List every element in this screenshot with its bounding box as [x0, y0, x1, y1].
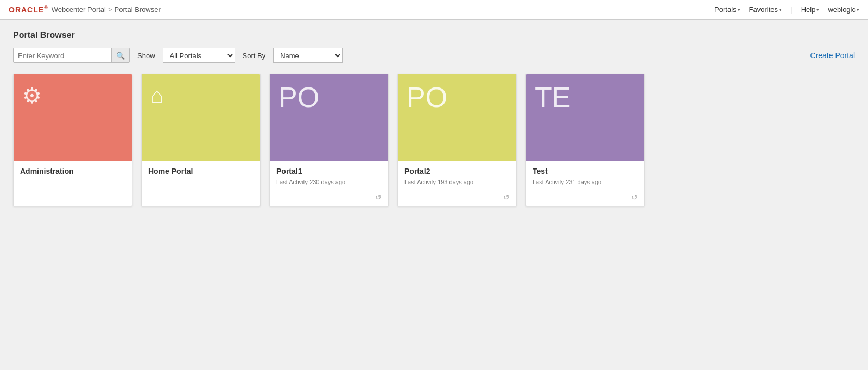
help-dropdown-arrow: ▾	[816, 7, 819, 12]
search-button[interactable]: 🔍	[111, 48, 129, 62]
portal-banner: ⌂	[142, 74, 260, 161]
portal-card-home-portal[interactable]: ⌂ Home Portal	[141, 74, 261, 206]
portal-card-administration[interactable]: ⚙ Administration	[13, 74, 132, 206]
portal-icon: ⚙	[22, 83, 42, 108]
portal-card-footer	[142, 183, 260, 187]
portal-settings-icon[interactable]: ↺	[375, 193, 382, 202]
portal-banner: ⚙	[14, 74, 132, 161]
page-title: Portal Browser	[13, 30, 855, 40]
portal-banner: PO	[270, 74, 388, 161]
portal-card-body: Portal2 Last Activity 193 days ago	[398, 161, 516, 193]
portal-icon: ⌂	[150, 83, 163, 108]
portal-name: Administration	[20, 167, 125, 175]
help-label: Help	[801, 5, 816, 14]
help-menu[interactable]: Help ▾	[801, 5, 820, 14]
portals-menu[interactable]: Portals ▾	[714, 5, 740, 14]
portal-initials: PO	[278, 83, 319, 111]
portals-label: Portals	[714, 5, 736, 14]
user-menu[interactable]: weblogic ▾	[828, 5, 859, 14]
show-dropdown[interactable]: All Portals My Portals Joined Portals Pu…	[163, 48, 235, 63]
portal-activity: Last Activity 231 days ago	[533, 179, 638, 185]
portal-name: Home Portal	[148, 167, 254, 175]
portal-initials: TE	[535, 83, 571, 111]
portal-card-portal2[interactable]: PO Portal2 Last Activity 193 days ago ↺	[397, 74, 517, 206]
favorites-menu[interactable]: Favorites ▾	[749, 5, 782, 14]
breadcrumb: Webcenter Portal > Portal Browser	[52, 5, 161, 14]
portal-card-footer: ↺	[270, 193, 388, 206]
nav-divider: |	[790, 5, 793, 14]
portal-card-footer: ↺	[526, 193, 644, 206]
portal-banner: PO	[398, 74, 516, 161]
top-navigation: ORACLE® Webcenter Portal > Portal Browse…	[0, 0, 868, 20]
portal-card-portal1[interactable]: PO Portal1 Last Activity 230 days ago ↺	[269, 74, 389, 206]
oracle-brand: ORACLE®	[9, 5, 48, 14]
portal-card-footer	[14, 183, 132, 187]
show-label: Show	[137, 52, 155, 60]
portal-activity: Last Activity 230 days ago	[276, 179, 382, 185]
portal-card-body: Test Last Activity 231 days ago	[526, 161, 644, 193]
search-icon: 🔍	[116, 52, 125, 60]
portal-card-body: Portal1 Last Activity 230 days ago	[270, 161, 388, 193]
portal-name: Test	[533, 167, 638, 175]
main-content: Portal Browser 🔍 Show All Portals My Por…	[0, 20, 868, 217]
portal-card-test[interactable]: TE Test Last Activity 231 days ago ↺	[525, 74, 645, 206]
app-name-label: Webcenter Portal	[52, 5, 106, 14]
search-container: 🔍	[13, 48, 130, 63]
create-portal-button[interactable]: Create Portal	[810, 51, 855, 60]
portal-initials: PO	[407, 83, 447, 111]
nav-left: ORACLE® Webcenter Portal > Portal Browse…	[9, 5, 161, 14]
portal-card-body: Administration	[14, 161, 132, 183]
portals-grid: ⚙ Administration ⌂ Home Portal PO Portal…	[13, 74, 855, 206]
favorites-label: Favorites	[749, 5, 778, 14]
search-input[interactable]	[14, 52, 111, 60]
toolbar: 🔍 Show All Portals My Portals Joined Por…	[13, 48, 855, 63]
breadcrumb-separator: >	[108, 5, 112, 14]
portal-settings-icon[interactable]: ↺	[503, 193, 510, 202]
portal-activity: Last Activity 193 days ago	[404, 179, 510, 185]
nav-right: Portals ▾ Favorites ▾ | Help ▾ weblogic …	[714, 5, 859, 14]
portals-dropdown-arrow: ▾	[738, 7, 740, 12]
user-dropdown-arrow: ▾	[857, 7, 859, 12]
portal-card-footer: ↺	[398, 193, 516, 206]
portal-settings-icon[interactable]: ↺	[631, 193, 638, 202]
portal-card-body: Home Portal	[142, 161, 260, 183]
favorites-dropdown-arrow: ▾	[779, 7, 782, 12]
sort-label: Sort By	[243, 52, 266, 60]
user-label: weblogic	[828, 5, 856, 14]
sort-dropdown[interactable]: Name Last Activity Created Date	[273, 48, 343, 63]
portal-name: Portal1	[276, 167, 382, 175]
portal-name: Portal2	[404, 167, 510, 175]
portal-banner: TE	[526, 74, 644, 161]
current-page-label: Portal Browser	[115, 5, 161, 14]
oracle-logo: ORACLE®	[9, 5, 48, 14]
